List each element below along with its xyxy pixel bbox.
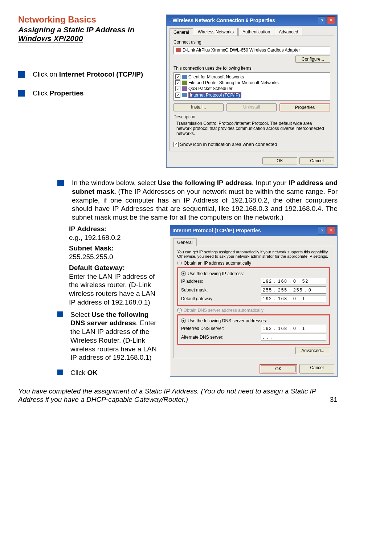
ip-address-label: IP Address: [69,225,107,233]
preferred-dns-input[interactable]: 192 . 168 . 0 . 1 [261,325,326,332]
alternate-dns-label: Alternate DNS server: [181,335,258,340]
tcpip-selected: Internet Protocol (TCP/IP) [188,92,241,98]
close-icon[interactable]: ✕ [327,227,335,234]
list-item[interactable]: ✓File and Printer Sharing for Microsoft … [175,80,328,86]
tcpip-icon [182,93,187,97]
down-icon: ↓ [169,18,171,23]
connect-using-label: Connect using: [173,40,330,45]
radio-icon [177,308,182,313]
use-dns-group: Use the following DNS server addresses: … [177,314,330,345]
ok-button[interactable]: OK [261,365,296,372]
subnet-label: Subnet Mask: [69,244,114,252]
bullet-icon [57,370,63,375]
tab-row: General Wireless Networks Authentication… [167,26,337,36]
checkbox-icon[interactable]: ✓ [175,86,180,91]
adapter-field[interactable]: D-Link AirPlus XtremeG DWL-650 Wireless … [173,46,330,54]
tab-general[interactable]: General [170,28,193,36]
tcpip-properties-dialog: Internet Protocol (TCP/IP) Properties ? … [170,225,338,377]
subtitle-prefix: Assigning a Static IP Address in [18,25,135,34]
subtitle-underline: Windows XP/2000 [18,34,83,42]
gateway-label: Default gateway: [181,296,258,301]
cancel-button[interactable]: Cancel [299,364,334,374]
cancel-button[interactable]: Cancel [299,157,334,164]
main-paragraph-row: In the window below, select Use the foll… [18,179,338,222]
help-icon[interactable]: ? [318,227,326,234]
radio-obtain-ip[interactable]: Obtain an IP address automatically [177,261,330,266]
subnet-value: 255.255.255.0 [69,253,113,261]
gateway-label: Default Gateway: [69,264,125,272]
ip-labels-column: IP Address:e.g., 192.168.0.2 Subnet Mask… [18,225,163,384]
general-panel: Connect using: D-Link AirPlus XtremeG DW… [170,36,334,151]
tab-advanced[interactable]: Advanced [275,28,302,36]
instruction-item: Click on Internet Protocol (TCP/IP) [18,70,155,79]
intro-text: You can get IP settings assigned automat… [177,250,330,258]
heading-title: Networking Basics [18,15,155,25]
footer-note: You have completed the assignment of a S… [18,387,338,404]
description-text: Transmission Control Protocol/Internet P… [173,119,330,138]
heading-subtitle: Assigning a Static IP Address in Windows… [18,25,155,43]
checkbox-icon[interactable]: ✓ [175,93,180,98]
checkbox-icon[interactable]: ✓ [173,142,179,147]
checkbox-icon[interactable]: ✓ [175,74,180,79]
install-button[interactable]: Install... [173,103,224,111]
radio-icon [181,271,186,276]
subnet-input[interactable]: 255 . 255 . 255 . 0 [261,286,326,294]
dialog-title: Internet Protocol (TCP/IP) Properties [172,228,318,233]
bullet-icon [18,71,25,78]
radio-icon [177,261,182,265]
subnet-label: Subnet mask: [181,287,258,293]
gateway-text: Enter the LAN IP address of the wireless… [69,273,155,306]
help-icon[interactable]: ? [318,16,326,24]
show-icon-checkbox[interactable]: ✓ Show icon in notification area when co… [173,141,330,147]
instruction-item: Click OK [57,368,163,377]
radio-use-ip[interactable]: Use the following IP address: [181,271,326,276]
radio-icon [181,318,186,323]
description-label: Description [173,114,330,119]
bullet-icon [18,90,25,97]
page-number: 31 [330,396,338,404]
ok-button[interactable]: OK [262,157,297,164]
adapter-icon [176,48,181,52]
tcpip-panel: You can get IP settings assigned automat… [173,246,334,358]
radio-obtain-dns: Obtain DNS server address automatically [177,308,330,313]
list-item[interactable]: ✓Internet Protocol (TCP/IP) [175,91,328,99]
ip-label: IP address: [181,279,258,284]
instruction-text: Click Properties [33,89,83,98]
bullet-icon [57,311,63,317]
ok-highlight: OK [260,364,297,374]
tab-auth[interactable]: Authentication [238,28,274,36]
radio-use-dns[interactable]: Use the following DNS server addresses: [181,318,326,323]
checkbox-icon[interactable]: ✓ [175,80,180,85]
items-list[interactable]: ✓Client for Microsoft Networks ✓File and… [173,72,330,101]
wireless-properties-dialog: ↓ Wireless Network Connection 6 Properti… [166,15,338,168]
share-icon [182,81,187,85]
use-ip-group: Use the following IP address: IP address… [177,267,330,306]
instruction-text: Click on Internet Protocol (TCP/IP) [33,70,143,79]
list-item[interactable]: ✓Client for Microsoft Networks [175,74,328,80]
dialog-title: Wireless Network Connection 6 Properties [173,17,318,23]
ip-address-example: e.g., 192.168.0.2 [69,234,121,241]
advanced-button[interactable]: Advanced... [295,347,330,354]
bullet-icon [57,180,64,186]
close-icon[interactable]: ✕ [327,16,335,24]
instruction-item: Select Use the following DNS server addr… [57,310,163,362]
client-icon [182,75,187,79]
uninstall-button: Uninstall [226,103,277,111]
instruction-item: Click Properties [18,89,155,98]
alternate-dns-input[interactable]: . . . [261,334,326,341]
dialog-titlebar: ↓ Wireless Network Connection 6 Properti… [167,15,337,26]
main-paragraph: In the window below, select Use the foll… [72,179,338,222]
uses-label: This connection uses the following items… [173,66,330,71]
dialog-titlebar: Internet Protocol (TCP/IP) Properties ? … [170,225,337,236]
gateway-input[interactable]: 192 . 168 . 0 . 1 [261,295,326,302]
configure-button[interactable]: Configure... [295,56,330,63]
adapter-name: D-Link AirPlus XtremeG DWL-650 Wireless … [183,48,300,53]
properties-button[interactable]: Properties [279,103,330,111]
ip-input[interactable]: 192 . 168 . 0 . 52 [261,278,326,285]
qos-icon [182,86,187,91]
preferred-dns-label: Preferred DNS server: [181,326,258,331]
list-item[interactable]: ✓QoS Packet Scheduler [175,86,328,91]
tab-general[interactable]: General [173,238,197,246]
tab-wireless[interactable]: Wireless Networks [194,28,238,36]
